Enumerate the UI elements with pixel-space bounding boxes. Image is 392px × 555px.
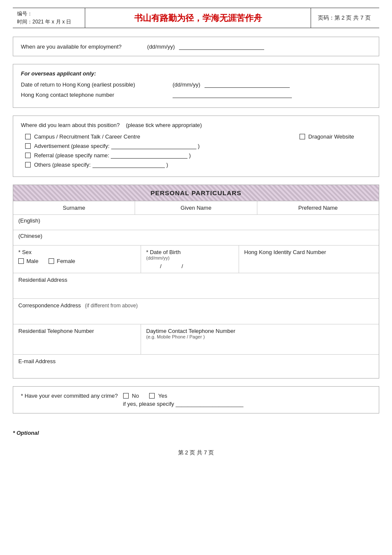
pp-daytime-tel-label: Daytime Contact Telephone Number [146, 328, 374, 334]
availability-row: When are you available for employment? (… [21, 43, 371, 50]
checkbox-crime-no[interactable] [123, 393, 129, 399]
overseas-contact-input[interactable] [173, 91, 292, 98]
availability-date-input[interactable] [179, 43, 264, 50]
learn-option-others: Others (please specify: ) [34, 161, 168, 168]
pp-residential-address-row[interactable]: Residential Address [13, 273, 379, 299]
pp-email-row[interactable]: E-mail Address [13, 355, 379, 378]
pp-residential-tel-label: Residential Telephone Number [18, 328, 94, 334]
crime-specify-text: if yes, please specify _________________… [123, 401, 244, 407]
availability-section: When are you available for employment? (… [13, 37, 379, 56]
overseas-return-input[interactable] [205, 81, 290, 88]
availability-question: When are you available for employment? [21, 43, 121, 50]
pp-sex-dob-hkid-row: * Sex Male Female * Date of Birth (dd/mm… [13, 246, 379, 273]
crime-options: No Yes if yes, please specify __________… [123, 393, 244, 407]
pp-hkid-col: Hong Kong Identity Card Number [239, 246, 379, 273]
learn-options: Campus / Recruitment Talk / Career Centr… [21, 133, 371, 168]
female-label: Female [57, 258, 75, 264]
crime-no-label: No [132, 393, 139, 399]
pp-dob-format: (dd/mm/yy) [146, 255, 233, 260]
header-page-info: 页码：第 2 页 共 7 页 [311, 8, 379, 28]
advertisement-specify-input[interactable] [111, 142, 196, 149]
male-label: Male [26, 258, 38, 264]
pp-english-label: (English) [18, 217, 40, 224]
pp-correspondence-hint: (if different from above) [85, 303, 138, 309]
pp-chinese-label: (Chinese) [18, 233, 42, 239]
checkbox-referral[interactable] [25, 153, 31, 158]
learn-section: Where did you learn about this position?… [13, 116, 379, 177]
learn-option-referral: Referral (please specify name: ) [34, 152, 191, 159]
header-id: 编号： [17, 10, 81, 18]
pp-telephone-row: Residential Telephone Number Daytime Con… [13, 324, 379, 355]
pp-residential-tel-col[interactable]: Residential Telephone Number [13, 324, 141, 354]
pp-column-headers: Surname Given Name Preferred Name [13, 201, 379, 215]
pp-sex-label: * Sex [18, 249, 135, 255]
pp-correspondence-address-row[interactable]: Correspondence Address (if different fro… [13, 299, 379, 324]
crime-no-yes-row: No Yes [123, 393, 244, 399]
referral-specify-input[interactable] [111, 152, 187, 159]
overseas-title: For overseas applicant only: [21, 70, 371, 77]
crime-row: * Have your ever committed any crime? No… [21, 393, 371, 407]
checkbox-male[interactable] [18, 258, 24, 264]
pp-hkid-label: Hong Kong Identity Card Number [244, 249, 374, 255]
header-time: 时间：2021 年 x 月 x 日 [17, 18, 81, 26]
learn-option-others-row: Others (please specify: ) [25, 161, 371, 168]
crime-yes-label: Yes [158, 393, 167, 399]
learn-option-advertisement: Advertisement (please specify: ) [34, 142, 200, 149]
pp-dob-slash[interactable]: / / [146, 263, 233, 269]
others-specify-input[interactable] [92, 161, 165, 168]
footer-optional-note: * Optional [0, 430, 392, 436]
checkbox-advertisement[interactable] [25, 143, 31, 149]
learn-question: Where did you learn about this position?… [21, 122, 371, 128]
page-header: 编号： 时间：2021 年 x 月 x 日 书山有路勤为径，学海无涯苦作舟 页码… [13, 8, 379, 28]
crime-specify-row: if yes, please specify _________________… [123, 401, 244, 407]
pp-chinese-row[interactable]: (Chinese) [13, 230, 379, 246]
sex-options: Male Female [18, 258, 135, 264]
pp-dob-label: * Date of Birth [146, 249, 233, 255]
overseas-contact-label: Hong Kong contact telephone number [21, 92, 166, 98]
pp-english-row[interactable]: (English) [13, 215, 379, 230]
personal-particulars-table: PERSONAL PARTICULARS Surname Given Name … [13, 185, 379, 379]
main-content: When are you available for employment? (… [0, 28, 392, 430]
pp-residential-address-label: Residential Address [18, 277, 67, 283]
checkbox-crime-yes[interactable] [149, 393, 155, 399]
pp-col-surname: Surname [13, 201, 135, 214]
learn-option-campus: Campus / Recruitment Talk / Career Centr… [34, 133, 140, 140]
personal-particulars-title: PERSONAL PARTICULARS [13, 185, 379, 201]
overseas-section: For overseas applicant only: Date of ret… [13, 64, 379, 108]
overseas-return-format: (dd/mm/yy) [173, 81, 200, 88]
pp-sex-col: * Sex Male Female [13, 246, 141, 273]
header-id-time: 编号： 时间：2021 年 x 月 x 日 [13, 8, 85, 28]
overseas-return-row: Date of return to Hong Kong (earliest po… [21, 81, 371, 88]
learn-option-referral-row: Referral (please specify name: ) [25, 152, 371, 159]
checkbox-female[interactable] [49, 258, 54, 264]
overseas-return-label: Date of return to Hong Kong (earliest po… [21, 81, 166, 88]
overseas-contact-row: Hong Kong contact telephone number [21, 91, 371, 98]
pp-col-preferred-name: Preferred Name [257, 201, 379, 214]
checkbox-campus[interactable] [25, 134, 31, 139]
checkbox-others[interactable] [25, 162, 31, 168]
pp-correspondence-label: Correspondence Address [18, 302, 81, 309]
pp-email-label: E-mail Address [18, 358, 55, 364]
availability-date-format: (dd/mm/yy) [147, 43, 175, 50]
pp-daytime-tel-col[interactable]: Daytime Contact Telephone Number (e.g. M… [141, 324, 379, 354]
crime-section: * Have your ever committed any crime? No… [13, 386, 379, 413]
learn-option-campus-row: Campus / Recruitment Talk / Career Centr… [25, 133, 371, 140]
pp-col-given-name: Given Name [135, 201, 257, 214]
header-slogan: 书山有路勤为径，学海无涯苦作舟 [85, 8, 311, 28]
learn-option-dragonair: Dragonair Website [308, 133, 354, 140]
page-number: 第 2 页 共 7 页 [0, 449, 392, 465]
pp-dob-col: * Date of Birth (dd/mm/yy) / / [141, 246, 239, 273]
pp-daytime-tel-hint: (e.g. Mobile Phone / Pager ) [146, 334, 374, 339]
checkbox-dragonair[interactable] [300, 134, 305, 139]
crime-question: * Have your ever committed any crime? [21, 393, 118, 399]
learn-option-advertisement-row: Advertisement (please specify: ) [25, 142, 371, 149]
